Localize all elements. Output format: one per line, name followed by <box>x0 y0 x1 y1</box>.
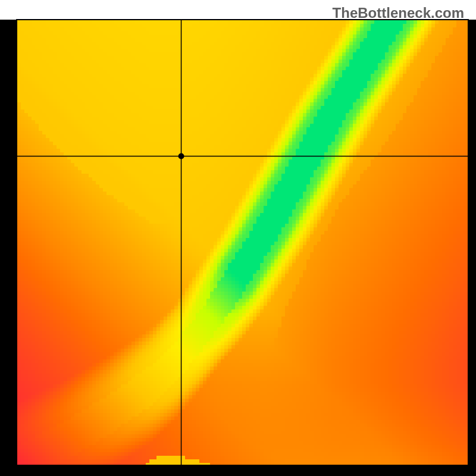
watermark-text: TheBottleneck.com <box>333 5 464 21</box>
bottleneck-heatmap <box>0 0 476 476</box>
chart-container: TheBottleneck.com <box>0 0 476 476</box>
